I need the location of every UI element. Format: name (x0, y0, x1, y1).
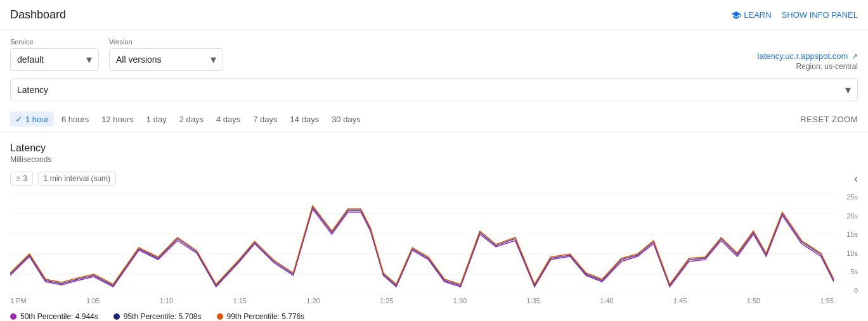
time-option-1-hour[interactable]: ✓1 hour (10, 111, 54, 127)
metric-value: Latency (17, 85, 48, 95)
x-axis-label: 1:15 (233, 297, 247, 305)
version-dropdown[interactable]: All versions ▾ (109, 48, 223, 71)
x-axis-label: 1 PM (10, 297, 27, 305)
filter-badge[interactable]: ≡ 3 (10, 172, 33, 186)
service-select-group: Service default ▾ (10, 38, 99, 71)
legend-label: 99th Percentile: 5.776s (227, 312, 305, 321)
time-option-1-day[interactable]: 1 day (141, 112, 172, 127)
external-link[interactable]: latency.uc.r.appspot.com ↗ (758, 51, 858, 61)
version-select-group: Version All versions ▾ (109, 38, 223, 71)
y-axis-label: 5s (839, 268, 858, 275)
chart-wrapper (10, 193, 834, 294)
legend-item: 99th Percentile: 5.776s (217, 312, 305, 321)
y-axis-label: 0 (839, 287, 858, 294)
chart-section: Latency Milliseconds ≡ 3 1 min interval … (0, 132, 868, 321)
filter-icon: ≡ (16, 174, 20, 183)
version-label: Version (109, 38, 223, 46)
x-axis-label: 1:35 (527, 297, 540, 305)
metric-dropdown[interactable]: Latency ▾ (10, 79, 858, 101)
toolbar-left: Service default ▾ Version All versions ▾ (10, 38, 223, 71)
filter-count: 3 (23, 174, 27, 183)
service-chevron-down-icon: ▾ (86, 53, 92, 66)
legend-dot-icon (10, 313, 16, 320)
y-axis-label: 20s (839, 212, 858, 220)
x-axis-label: 1:05 (86, 297, 100, 305)
reset-zoom-button[interactable]: RESET ZOOM (800, 115, 858, 124)
time-option-14-days[interactable]: 14 days (285, 112, 325, 127)
version-value: All versions (116, 54, 162, 65)
toolbar-right: latency.uc.r.appspot.com ↗ Region: us-ce… (758, 51, 858, 71)
time-options-group: ✓1 hour6 hours12 hours1 day2 days4 days7… (10, 111, 366, 127)
collapse-button[interactable]: ‹ (854, 172, 858, 186)
legend-label: 95th Percentile: 5.708s (124, 312, 202, 321)
service-value: default (17, 54, 44, 65)
time-option-2-days[interactable]: 2 days (174, 112, 209, 127)
metric-chevron-down-icon: ▾ (845, 83, 851, 97)
legend-dot-icon (217, 313, 223, 320)
chart-subtitle: Milliseconds (10, 155, 858, 164)
service-dropdown[interactable]: default ▾ (10, 48, 99, 71)
chart-title: Latency (10, 142, 858, 154)
header-actions: LEARN SHOW INFO PANEL (731, 10, 858, 20)
learn-icon (731, 10, 741, 20)
external-link-icon: ↗ (852, 52, 858, 61)
time-option-30-days[interactable]: 30 days (327, 112, 366, 127)
x-axis-label: 1:20 (306, 297, 320, 305)
time-option-4-days[interactable]: 4 days (211, 112, 245, 127)
chart-legend: 50th Percentile: 4.944s95th Percentile: … (10, 305, 858, 321)
chart-controls: ≡ 3 1 min interval (sum) ‹ (10, 172, 858, 186)
version-chevron-down-icon: ▾ (211, 53, 216, 66)
legend-item: 50th Percentile: 4.944s (10, 312, 98, 321)
time-option-6-hours[interactable]: 6 hours (56, 112, 94, 127)
y-axis-label: 25s (839, 193, 858, 201)
page-title: Dashboard (10, 8, 66, 22)
y-axis-label: 15s (839, 230, 858, 238)
chart-area: 1 PM1:051:101:151:201:251:301:351:401:45… (10, 193, 858, 305)
service-label: Service (10, 38, 99, 46)
legend-dot-icon (113, 313, 120, 320)
x-axis-label: 1:40 (600, 297, 613, 305)
time-option-7-days[interactable]: 7 days (248, 112, 282, 127)
check-icon: ✓ (15, 114, 23, 124)
x-axis-label: 1:50 (747, 297, 760, 305)
metric-selector-group: Latency ▾ (0, 76, 868, 106)
chart-svg (10, 193, 834, 294)
time-option-12-hours[interactable]: 12 hours (96, 112, 139, 127)
x-axis-label: 1:45 (673, 297, 687, 305)
interval-badge: 1 min interval (sum) (38, 172, 116, 186)
x-axis-label: 1:25 (380, 297, 393, 305)
x-axis-label: 1:10 (160, 297, 173, 305)
region-text: Region: us-central (758, 62, 858, 71)
show-info-panel-button[interactable]: SHOW INFO PANEL (782, 10, 858, 20)
x-axis-label: 1:55 (820, 297, 834, 305)
learn-button[interactable]: LEARN (731, 10, 771, 20)
chart-controls-left: ≡ 3 1 min interval (sum) (10, 172, 116, 186)
legend-label: 50th Percentile: 4.944s (20, 312, 98, 321)
chart-container: 1 PM1:051:101:151:201:251:301:351:401:45… (10, 193, 834, 305)
legend-item: 95th Percentile: 5.708s (113, 312, 202, 321)
x-axis: 1 PM1:051:101:151:201:251:301:351:401:45… (10, 294, 834, 305)
y-axis-label: 10s (839, 249, 858, 257)
x-axis-label: 1:30 (453, 297, 467, 305)
time-selector: ✓1 hour6 hours12 hours1 day2 days4 days7… (0, 106, 868, 132)
y-axis: 25s20s15s10s5s0 (839, 193, 858, 294)
